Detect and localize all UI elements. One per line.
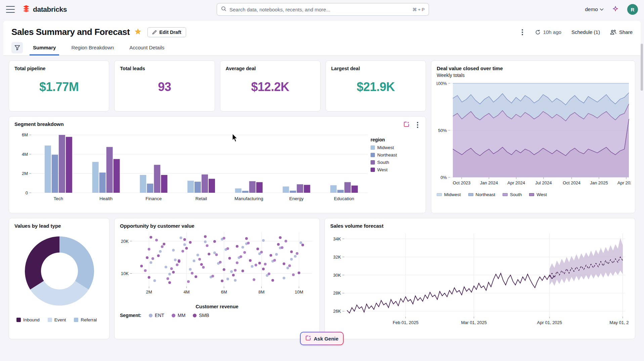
legend-item-mm[interactable]: MM bbox=[172, 313, 185, 318]
kpi-label: Total leads bbox=[120, 66, 209, 71]
search-input[interactable] bbox=[229, 7, 410, 12]
svg-text:2M: 2M bbox=[22, 171, 28, 176]
legend-item-south[interactable]: South bbox=[371, 160, 408, 165]
segment-breakdown-bar-chart[interactable]: 02M4M6MTechHealthFinanceRetailManufactur… bbox=[14, 127, 371, 207]
scatter-legend: Segment: ENT MM SMB bbox=[120, 313, 314, 318]
tab-summary[interactable]: Summary bbox=[30, 41, 59, 55]
hamburger-menu-icon[interactable] bbox=[6, 6, 15, 13]
kpi-largest-deal: Largest deal $21.9K bbox=[326, 60, 426, 111]
legend-item-inbound[interactable]: Inbound bbox=[16, 317, 40, 322]
svg-text:Energy: Energy bbox=[289, 196, 304, 201]
schedule-button[interactable]: Schedule (1) bbox=[571, 29, 600, 35]
add-to-genie-icon[interactable] bbox=[403, 121, 410, 129]
x-axis-title: Customer revenue bbox=[120, 304, 314, 309]
legend-item-referral[interactable]: Referral bbox=[74, 317, 97, 322]
ask-genie-label: Ask Genie bbox=[314, 336, 338, 342]
svg-text:Manufacturing: Manufacturing bbox=[234, 196, 263, 201]
deal-value-area-chart[interactable]: 0%50%100%Oct 2023Jan 2024Apr 2024Jul 202… bbox=[437, 78, 631, 189]
opportunity-scatter-chart[interactable]: 2M4M6M8M10M10K20K bbox=[120, 229, 315, 302]
svg-text:4M: 4M bbox=[183, 289, 189, 295]
svg-text:Apr 2024: Apr 2024 bbox=[507, 180, 525, 185]
kpi-value: $21.9K bbox=[331, 80, 420, 94]
tab-bar: Summary Region Breakdown Account Details bbox=[3, 40, 641, 56]
kpi-value: $1.77M bbox=[14, 80, 103, 94]
svg-text:Mar 01, 2025: Mar 01, 2025 bbox=[461, 320, 487, 325]
svg-text:Jan 2024: Jan 2024 bbox=[480, 180, 498, 185]
tab-region-breakdown[interactable]: Region Breakdown bbox=[68, 41, 117, 55]
svg-text:Tech: Tech bbox=[54, 196, 63, 201]
kpi-total-leads: Total leads 93 bbox=[114, 60, 215, 111]
legend-item-event[interactable]: Event bbox=[48, 317, 66, 322]
svg-text:10K: 10K bbox=[121, 271, 129, 276]
brand-name: databricks bbox=[33, 5, 67, 13]
svg-text:Apr 01, 2025: Apr 01, 2025 bbox=[537, 320, 562, 325]
opportunity-card: Opportunity by customer value 2M4M6M8M10… bbox=[114, 218, 320, 339]
svg-text:30K: 30K bbox=[333, 273, 341, 278]
edit-draft-button[interactable]: Edit Draft bbox=[147, 27, 186, 37]
legend-caption: Segment: bbox=[120, 313, 141, 318]
topbar: databricks ⌘ + P demo R bbox=[0, 0, 644, 19]
svg-text:26K: 26K bbox=[333, 309, 341, 314]
dashboard-overflow-menu[interactable] bbox=[520, 28, 525, 37]
svg-text:50%: 50% bbox=[438, 128, 447, 133]
bar-chart-legend: region Midwest Northeast South West bbox=[371, 127, 408, 207]
svg-text:2M: 2M bbox=[146, 289, 152, 295]
user-avatar[interactable]: R bbox=[627, 4, 638, 15]
filters-button[interactable] bbox=[11, 42, 23, 53]
last-refreshed-label: 10h ago bbox=[543, 29, 561, 35]
svg-text:Oct 2023: Oct 2023 bbox=[453, 180, 471, 185]
svg-text:Jan 2025: Jan 2025 bbox=[590, 180, 608, 185]
svg-text:Jul 2024: Jul 2024 bbox=[535, 180, 552, 185]
svg-text:Education: Education bbox=[334, 196, 354, 201]
segment-breakdown-card: Segment breakdown 02M4M6MTechHealthFinan… bbox=[9, 116, 426, 213]
search-shortcut: ⌘ + P bbox=[413, 7, 425, 12]
legend-item-midwest[interactable]: Midwest bbox=[371, 145, 408, 150]
tab-account-details[interactable]: Account Details bbox=[126, 41, 168, 55]
databricks-logo[interactable]: databricks bbox=[22, 5, 67, 14]
share-button[interactable]: Share bbox=[610, 29, 633, 35]
lead-type-donut-chart[interactable] bbox=[14, 229, 104, 317]
legend-item-ent[interactable]: ENT bbox=[149, 313, 164, 318]
sales-forecast-line-chart[interactable]: Feb 01, 2025Mar 01, 2025Apr 01, 2025May … bbox=[330, 229, 629, 331]
chart-title: Deal value closed over time bbox=[437, 65, 630, 71]
svg-text:100%: 100% bbox=[437, 81, 447, 86]
legend-title: region bbox=[371, 137, 408, 142]
refresh-status[interactable]: 10h ago bbox=[535, 29, 561, 35]
kpi-value: $12.2K bbox=[226, 80, 315, 94]
deal-value-card: Deal value closed over time Weekly total… bbox=[431, 60, 635, 213]
workspace-selector[interactable]: demo bbox=[585, 6, 604, 12]
kpi-average-deal: Average deal $12.2K bbox=[220, 60, 320, 111]
svg-text:10M: 10M bbox=[295, 289, 303, 295]
refresh-icon bbox=[535, 30, 541, 35]
chart-overflow-menu[interactable] bbox=[415, 121, 420, 129]
lead-type-card: Values by lead type Inbound Event Referr… bbox=[9, 218, 110, 339]
legend-item-west[interactable]: West bbox=[529, 192, 547, 197]
assistant-sparkle-icon[interactable] bbox=[612, 5, 619, 14]
svg-text:6M: 6M bbox=[22, 132, 28, 137]
scrollbar-thumb[interactable] bbox=[641, 44, 643, 91]
search-icon bbox=[221, 6, 226, 13]
databricks-logo-icon bbox=[22, 5, 30, 14]
svg-text:8M: 8M bbox=[258, 289, 264, 295]
legend-item-midwest[interactable]: Midwest bbox=[437, 192, 461, 197]
favorite-star-icon[interactable] bbox=[134, 28, 141, 36]
svg-text:Feb 01, 2025: Feb 01, 2025 bbox=[393, 320, 419, 325]
kpi-label: Total pipeline bbox=[14, 66, 103, 71]
kpi-label: Average deal bbox=[226, 66, 315, 71]
legend-item-west[interactable]: West bbox=[371, 167, 408, 172]
svg-text:Oct 2024: Oct 2024 bbox=[563, 180, 581, 185]
legend-item-northeast[interactable]: Northeast bbox=[468, 192, 496, 197]
edit-draft-label: Edit Draft bbox=[159, 30, 181, 35]
global-search[interactable]: ⌘ + P bbox=[217, 3, 429, 16]
ask-genie-button[interactable]: Ask Genie bbox=[300, 332, 344, 345]
svg-text:Finance: Finance bbox=[145, 196, 162, 201]
chart-subtitle: Weekly totals bbox=[437, 73, 630, 78]
kpi-label: Largest deal bbox=[331, 66, 420, 71]
legend-item-smb[interactable]: SMB bbox=[193, 313, 209, 318]
legend-item-south[interactable]: South bbox=[503, 192, 522, 197]
svg-text:34K: 34K bbox=[333, 236, 341, 241]
legend-item-northeast[interactable]: Northeast bbox=[371, 152, 408, 157]
svg-text:0: 0 bbox=[26, 190, 28, 195]
genie-icon bbox=[305, 335, 311, 342]
schedule-label: Schedule (1) bbox=[571, 29, 600, 35]
